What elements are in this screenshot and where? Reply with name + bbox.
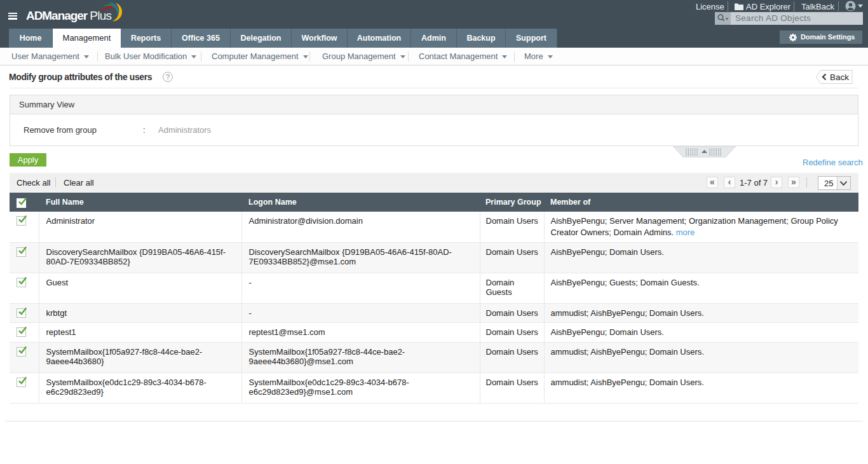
- svg-text:Back: Back: [830, 72, 849, 82]
